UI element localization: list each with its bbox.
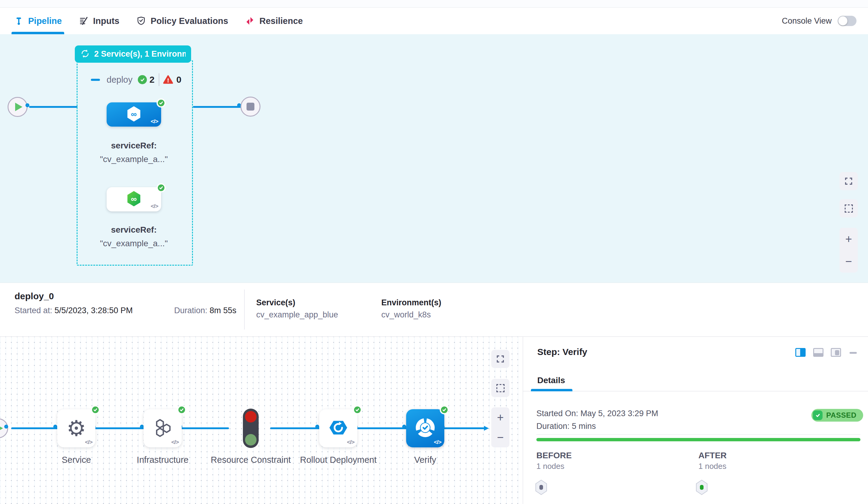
play-icon [0, 424, 3, 433]
success-badge-icon [157, 183, 166, 192]
service-node-1[interactable]: ∞ </> [107, 102, 161, 127]
environments-column-value[interactable]: cv_world_k8s [381, 310, 431, 320]
service-node-2-label: serviceRef: "cv_example_a..." [85, 225, 182, 248]
zoom-in-button[interactable]: + [845, 233, 852, 245]
gear-icon: ⚙ [66, 418, 86, 439]
step-graph-canvas[interactable]: ⚙ </> Service </> Infrastructure Resourc… [0, 337, 523, 504]
zoom-in-button[interactable]: + [497, 412, 504, 423]
after-node-hexagon[interactable] [696, 479, 708, 495]
collapse-icon[interactable] [91, 79, 100, 81]
tab-inputs-label: Inputs [93, 16, 119, 26]
zoom-control-group: + − [491, 408, 509, 448]
duration-value: 8m 55s [209, 306, 237, 315]
play-icon [15, 103, 22, 111]
success-badge-icon [91, 405, 100, 414]
connector-dot [25, 103, 29, 107]
resilience-icon [245, 16, 255, 26]
step-node-verify[interactable]: </> [406, 409, 444, 448]
step-duration: Duration: 5 mins [536, 422, 596, 431]
fit-to-screen-button[interactable] [839, 172, 858, 190]
code-icon: </> [151, 118, 158, 125]
panel-title: Step: Verify [537, 347, 587, 357]
toggle-knob [838, 16, 847, 25]
connector-dot [402, 425, 406, 429]
tab-details[interactable]: Details [537, 376, 565, 385]
stage-instance-name: deploy_0 [14, 291, 54, 301]
console-view-control: Console View [782, 8, 857, 34]
marquee-select-button[interactable] [839, 199, 858, 217]
hexagons-icon [152, 417, 173, 440]
code-icon: </> [347, 439, 354, 445]
layout-right-panel-button[interactable] [795, 348, 806, 357]
stage-group-header[interactable]: 2 Service(s), 1 Environme... [75, 45, 191, 63]
before-label: BEFORE [536, 451, 572, 460]
marquee-select-button[interactable] [491, 379, 509, 397]
step-details-panel: Step: Verify Details Started On: May 5, … [523, 337, 868, 504]
after-label: AFTER [699, 451, 726, 460]
connector-line [29, 106, 78, 108]
started-at-value: 5/5/2023, 3:28:50 PM [54, 306, 133, 315]
connector-dot [53, 425, 57, 429]
marquee-icon [496, 384, 505, 392]
step-node-infrastructure[interactable]: </> [144, 409, 182, 448]
passed-check-icon [813, 410, 823, 420]
success-badge-icon [440, 405, 449, 414]
connector-dot [315, 425, 319, 429]
console-view-toggle[interactable] [838, 16, 857, 26]
environments-column-header: Environment(s) [381, 298, 441, 307]
tab-pipeline[interactable]: Pipeline [14, 8, 62, 34]
layout-floating-panel-button[interactable] [831, 348, 841, 357]
zoom-out-button[interactable]: − [497, 432, 504, 443]
code-icon: </> [85, 439, 92, 445]
loop-icon [80, 49, 90, 60]
stage-summary-bar: deploy_0 Started at: 5/5/2023, 3:28:50 P… [0, 282, 868, 337]
divider [244, 290, 245, 330]
step-label: Infrastructure [117, 453, 208, 466]
step-node-resource-constraint[interactable] [243, 409, 259, 448]
harness-service-icon: ∞ [125, 105, 143, 124]
success-check-icon [138, 75, 147, 84]
fullscreen-icon [496, 354, 505, 363]
pipeline-start-node[interactable] [8, 97, 28, 117]
code-icon: </> [434, 439, 441, 445]
step-node-rollout-deployment[interactable]: </> [319, 409, 358, 448]
active-tab-underline [11, 32, 64, 34]
step-label: Resource Constraint [205, 453, 296, 466]
services-column-header: Service(s) [256, 298, 295, 307]
tab-inputs[interactable]: Inputs [79, 8, 119, 34]
connector-arrow [484, 426, 489, 431]
traffic-light-green [245, 434, 257, 445]
step-label: Verify [380, 453, 471, 466]
services-column-value[interactable]: cv_example_app_blue [256, 310, 338, 320]
service-node-2[interactable]: ∞ </> [107, 187, 161, 212]
service-ref-value: "cv_example_a..." [85, 154, 182, 164]
fit-to-screen-button[interactable] [491, 350, 509, 368]
status-badge: PASSED [812, 409, 863, 422]
connector-dot [4, 425, 8, 429]
console-view-label: Console View [782, 16, 831, 26]
layout-bottom-panel-button[interactable] [813, 348, 824, 357]
tab-policy-evaluations[interactable]: Policy Evaluations [136, 8, 228, 34]
divider [159, 73, 159, 86]
stage-row-deploy[interactable]: deploy 2 0 [91, 72, 186, 87]
step-node-service[interactable]: ⚙ </> [57, 409, 95, 448]
window-top-strip [0, 0, 868, 8]
stage-graph-canvas[interactable]: 2 Service(s), 1 Environme... deploy 2 0 … [0, 34, 868, 282]
duration-label: Duration: [174, 306, 207, 315]
connector-line [11, 428, 229, 429]
tab-resilience[interactable]: Resilience [245, 8, 302, 34]
tab-policy-evaluations-label: Policy Evaluations [151, 16, 228, 26]
zoom-out-button[interactable]: − [845, 256, 852, 267]
connector-line [193, 106, 241, 108]
before-node-hexagon[interactable] [535, 479, 547, 495]
stop-icon [247, 103, 255, 111]
step-started-on: Started On: May 5, 2023 3:29 PM [536, 409, 658, 418]
minimize-panel-button[interactable] [849, 352, 857, 354]
pipeline-end-node[interactable] [240, 96, 260, 116]
code-icon: </> [172, 439, 179, 445]
pipeline-execution-page: Pipeline Inputs Policy Evaluations Resil… [0, 0, 868, 504]
success-badge-icon [177, 405, 186, 414]
service-node-1-label: serviceRef: "cv_example_a..." [85, 141, 182, 164]
zoom-control-group: + − [839, 228, 858, 272]
execution-tab-bar: Pipeline Inputs Policy Evaluations Resil… [0, 8, 868, 34]
